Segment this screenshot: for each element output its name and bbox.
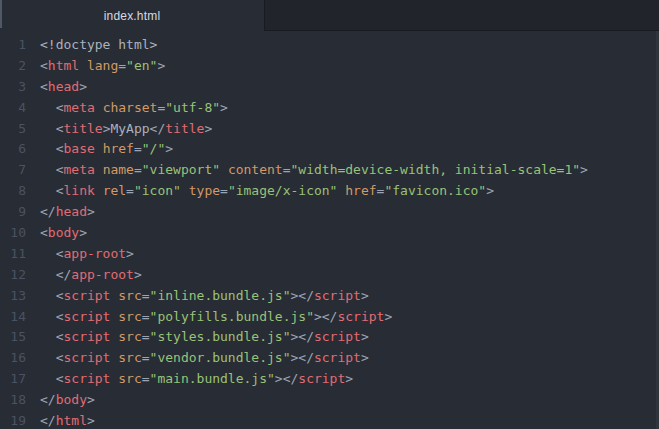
line-number: 16 — [0, 348, 26, 369]
code-text: </head> — [40, 202, 95, 223]
code-text: <head> — [40, 77, 87, 98]
code-text: <title>MyApp</title> — [40, 119, 212, 140]
code-line[interactable]: 1<!doctype html> — [0, 35, 659, 56]
code-line[interactable]: 4 <meta charset="utf-8"> — [0, 98, 659, 119]
code-line[interactable]: 13 <script src="inline.bundle.js"></scri… — [0, 286, 659, 307]
line-number: 5 — [0, 119, 26, 140]
code-line[interactable]: 3<head> — [0, 77, 659, 98]
code-text: </html> — [40, 411, 95, 429]
line-number: 7 — [0, 160, 26, 181]
code-text: </app-root> — [40, 265, 142, 286]
code-text: <script src="inline.bundle.js"></script> — [40, 286, 369, 307]
line-number: 12 — [0, 265, 26, 286]
code-text: <html lang="en"> — [40, 56, 165, 77]
code-line[interactable]: 6 <base href="/"> — [0, 139, 659, 160]
code-line[interactable]: 14 <script src="polyfills.bundle.js"></s… — [0, 307, 659, 328]
code-line[interactable]: 12 </app-root> — [0, 265, 659, 286]
code-area: 1<!doctype html>2<html lang="en">3<head>… — [0, 35, 659, 429]
code-text: <link rel="icon" type="image/x-icon" hre… — [40, 181, 494, 202]
code-text: <base href="/"> — [40, 139, 173, 160]
tab-label: index.html — [104, 9, 161, 23]
line-number: 15 — [0, 327, 26, 348]
code-line[interactable]: 17 <script src="main.bundle.js"></script… — [0, 369, 659, 390]
code-line[interactable]: 9</head> — [0, 202, 659, 223]
line-number: 1 — [0, 35, 26, 56]
line-number: 3 — [0, 77, 26, 98]
code-text: <script src="vendor.bundle.js"></script> — [40, 348, 369, 369]
line-number: 13 — [0, 286, 26, 307]
line-number: 11 — [0, 244, 26, 265]
code-line[interactable]: 11 <app-root> — [0, 244, 659, 265]
code-line[interactable]: 8 <link rel="icon" type="image/x-icon" h… — [0, 181, 659, 202]
line-number: 9 — [0, 202, 26, 223]
line-number: 4 — [0, 98, 26, 119]
code-text: <script src="styles.bundle.js"></script> — [40, 327, 369, 348]
code-text: <script src="polyfills.bundle.js"></scri… — [40, 307, 392, 328]
code-line[interactable]: 16 <script src="vendor.bundle.js"></scri… — [0, 348, 659, 369]
tabbar-empty-space — [264, 0, 659, 31]
code-line[interactable]: 15 <script src="styles.bundle.js"></scri… — [0, 327, 659, 348]
tabbar-left-strip — [0, 0, 2, 28]
code-line[interactable]: 7 <meta name="viewport" content="width=d… — [0, 160, 659, 181]
code-text: </body> — [40, 390, 95, 411]
code-text: <app-root> — [40, 244, 134, 265]
line-number: 2 — [0, 56, 26, 77]
line-number: 14 — [0, 307, 26, 328]
line-number: 10 — [0, 223, 26, 244]
code-line[interactable]: 19</html> — [0, 411, 659, 429]
line-number: 18 — [0, 390, 26, 411]
code-text: <script src="main.bundle.js"></script> — [40, 369, 353, 390]
code-text: <body> — [40, 223, 87, 244]
code-line[interactable]: 5 <title>MyApp</title> — [0, 119, 659, 140]
line-number: 19 — [0, 411, 26, 429]
editor-pane[interactable]: 1<!doctype html>2<html lang="en">3<head>… — [0, 31, 659, 429]
code-editor-window: index.html 1<!doctype html>2<html lang="… — [0, 0, 659, 429]
line-number: 8 — [0, 181, 26, 202]
code-text: <meta charset="utf-8"> — [40, 98, 228, 119]
line-number: 6 — [0, 139, 26, 160]
tab-index-html[interactable]: index.html — [0, 0, 264, 31]
code-line[interactable]: 18</body> — [0, 390, 659, 411]
tab-bar: index.html — [0, 0, 659, 31]
code-line[interactable]: 2<html lang="en"> — [0, 56, 659, 77]
code-line[interactable]: 10<body> — [0, 223, 659, 244]
code-text: <meta name="viewport" content="width=dev… — [40, 160, 588, 181]
code-text: <!doctype html> — [40, 35, 157, 56]
line-number: 17 — [0, 369, 26, 390]
